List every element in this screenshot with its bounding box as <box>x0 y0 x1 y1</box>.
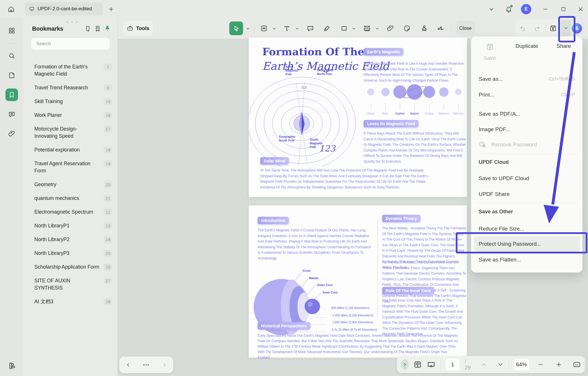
new-tab-button[interactable] <box>106 5 116 14</box>
menu-item-updf-share[interactable]: UPDF Share <box>471 186 582 202</box>
bookmark-item[interactable]: Work Planer 16 <box>34 112 112 119</box>
attach-tool-button[interactable] <box>384 21 397 35</box>
titlebar-chevron-button[interactable] <box>486 0 497 18</box>
select-tool-chevron[interactable] <box>246 26 250 31</box>
sidebar-item-pages[interactable] <box>5 69 18 82</box>
toolbox-icon <box>127 25 133 32</box>
sidebar-item-search[interactable] <box>5 50 18 62</box>
pager-next-button[interactable] <box>161 362 167 368</box>
diagram-label-angle: 11.5 <box>301 86 307 89</box>
minimize-button[interactable] <box>540 0 551 18</box>
header-tool-chevron[interactable] <box>272 26 277 31</box>
measure-tool-button[interactable] <box>360 21 374 35</box>
notifications-button[interactable] <box>503 0 514 18</box>
add-bookmark-button[interactable] <box>83 24 93 34</box>
column-divider <box>378 218 378 317</box>
bookmark-item[interactable]: quantum mechanics 21 <box>34 195 112 202</box>
actual-size-button[interactable]: 1:1 <box>573 360 581 369</box>
highlighter-tool-button[interactable] <box>320 21 334 35</box>
bookmark-item[interactable]: Scholarship Application Form 26 <box>34 263 112 271</box>
save-button[interactable] <box>547 23 559 34</box>
zoom-out-button[interactable] <box>537 361 544 368</box>
tools-button[interactable]: Tools <box>123 20 153 37</box>
bookmark-item[interactable]: SITE OF AUXIN SYNTHESIS 27 <box>34 277 112 292</box>
toolbar-divider <box>254 23 254 34</box>
close-window-button[interactable] <box>575 0 586 18</box>
two-page-view-button[interactable] <box>413 360 422 369</box>
pdf-page-2[interactable]: Introduction The Earth's Magnetic Field,… <box>249 205 467 358</box>
shape-tool-button[interactable] <box>337 21 351 35</box>
bookmark-item[interactable]: Electromagnetic Spectrum 22 <box>34 208 112 216</box>
menu-item-save-as-pdfa[interactable]: PDF/A Save as PDF/A... <box>471 106 582 122</box>
bookmark-item[interactable]: North LibraryP3 25 <box>34 250 112 257</box>
sticker-tool-button[interactable] <box>400 21 414 35</box>
maximize-button[interactable] <box>558 0 569 18</box>
menu-quick-share[interactable]: Share <box>545 43 582 61</box>
page1-paragraph-1: The Earth's Magnetic Field Is Like A Hug… <box>364 61 467 83</box>
sidebar-item-attachments[interactable] <box>5 127 18 140</box>
home-button[interactable] <box>5 3 18 15</box>
bookmark-item[interactable]: Travel Agent Reservation Form 19 <box>34 160 112 174</box>
text-tool-button[interactable] <box>280 21 294 35</box>
bookmark-page-badge: 20 <box>104 181 112 188</box>
presentation-mode-button[interactable] <box>427 360 436 369</box>
stamp-tool-button[interactable] <box>417 21 431 35</box>
zoom-level-display[interactable]: 64% <box>513 358 530 371</box>
pin-panel-button[interactable] <box>102 24 112 34</box>
bookmark-item[interactable]: Potential exploration 18 <box>34 146 112 153</box>
bookmark-item[interactable]: Motorcycle Design-Innovating Speed 17 <box>34 125 112 140</box>
handwritten-annotation-123: 123 <box>319 143 335 153</box>
page-number-input[interactable] <box>445 358 460 371</box>
measure-tool-chevron[interactable] <box>375 26 380 31</box>
sidebar-item-comments[interactable] <box>5 108 18 121</box>
annotation-highlight-chevron <box>558 16 575 42</box>
sidebar-item-theme[interactable] <box>5 359 18 372</box>
signature-tool-button[interactable] <box>434 21 448 35</box>
document-tab-title: UPDF-2.0-cant-be-edited <box>38 6 92 12</box>
menu-item-print[interactable]: Print... Ctrl+P <box>471 87 582 103</box>
pager-prev-button[interactable] <box>125 362 131 368</box>
collapse-bookmarks-button[interactable] <box>93 24 102 34</box>
bookmark-item[interactable]: Travel Trend Reasearch 6 <box>34 84 112 91</box>
previous-page-button[interactable] <box>480 361 487 368</box>
page2-paragraph-role: The Solid Inner Core Also Plays A Role I… <box>382 298 467 337</box>
page1-badge-loses-field: Loses Its Magnetic Field <box>364 120 419 127</box>
undo-icon <box>519 25 526 32</box>
pager-more-button[interactable]: ⋯ <box>143 363 150 366</box>
bookmark-item[interactable]: North LibraryP2 24 <box>34 236 112 243</box>
bookmark-add-icon <box>84 25 91 32</box>
comment-icon <box>307 25 314 32</box>
page1-paragraph-3: At The Same Time, The Atmosphere Will Al… <box>260 168 432 190</box>
document-tab[interactable]: UPDF-2.0-cant-be-edited <box>25 2 103 15</box>
sidebar-item-bookmarks[interactable] <box>5 88 18 101</box>
bookmark-label: SITE OF AUXIN SYNTHESIS <box>34 277 104 292</box>
bookmark-search-input[interactable] <box>36 41 105 47</box>
bookmark-item[interactable]: North LibraryP1 23 <box>34 222 112 229</box>
close-editor-button[interactable]: Close <box>456 21 475 36</box>
pdf-page-1[interactable]: Formation Of The Earth’s Magnetic Field <box>249 38 467 197</box>
expand-panel-button[interactable] <box>401 359 409 370</box>
undo-button[interactable] <box>517 23 528 34</box>
bookmark-item[interactable]: Geometry 20 <box>34 181 112 188</box>
account-button[interactable]: E <box>520 0 533 18</box>
menu-item-save-as-flatten[interactable]: Save as Flatten... <box>471 252 582 267</box>
comment-tool-button[interactable] <box>303 21 317 35</box>
bookmark-item[interactable]: Formation of the Earth's Magnetic Field … <box>34 63 112 78</box>
paperclip-icon <box>387 25 394 32</box>
bookmark-item[interactable]: AI 文档3 28 <box>34 298 112 305</box>
redo-button[interactable] <box>531 23 543 34</box>
next-page-button[interactable] <box>497 361 504 368</box>
menu-quick-duplicate[interactable]: Duplicate <box>508 43 545 61</box>
bookmark-search[interactable] <box>31 38 110 50</box>
close-icon <box>577 6 584 12</box>
bookmark-item[interactable]: Skill Training 15 <box>34 98 112 105</box>
menu-item-save-to-cloud[interactable]: Save to UPDF Cloud <box>471 171 582 186</box>
menu-item-image-pdf[interactable]: Image PDF... <box>471 122 582 137</box>
header-tool-button[interactable] <box>257 21 271 35</box>
text-tool-chevron[interactable] <box>295 26 299 31</box>
select-tool-button[interactable] <box>229 21 243 35</box>
zoom-in-button[interactable] <box>555 361 562 368</box>
shape-tool-chevron[interactable] <box>352 26 356 31</box>
sidebar-item-thumbnails[interactable] <box>5 24 18 37</box>
menu-item-save-as[interactable]: Save as... Ctrl+Shift+S <box>471 71 582 87</box>
